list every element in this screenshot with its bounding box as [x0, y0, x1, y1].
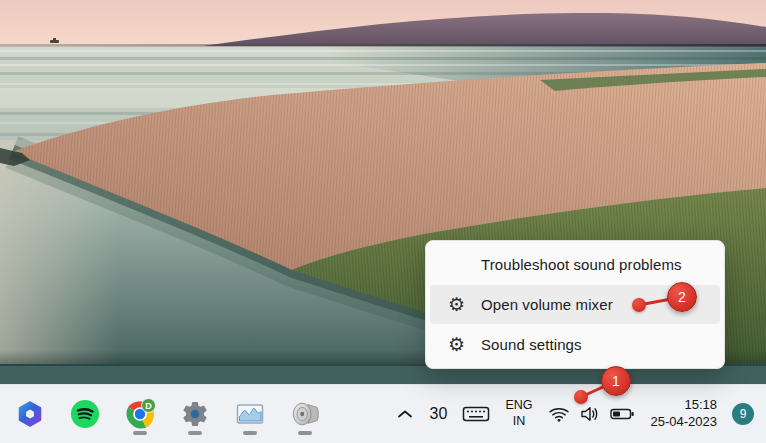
- running-indicator: [243, 431, 257, 435]
- menu-item-sound-settings[interactable]: ⚙ Sound settings: [430, 324, 720, 364]
- chevron-up-icon: [395, 408, 415, 420]
- running-indicator: [133, 431, 147, 435]
- volume-icon: [579, 405, 601, 423]
- wallpaper-image: [0, 0, 766, 443]
- taskbar-app-task-manager[interactable]: [234, 388, 266, 440]
- annotation-dot-1: [574, 390, 588, 404]
- language-line2: IN: [513, 414, 526, 430]
- taskbar-app-chrome[interactable]: D: [124, 388, 156, 440]
- gear-icon: ⚙: [448, 295, 481, 314]
- speaker-icon: [290, 399, 320, 429]
- clock-date: 25-04-2023: [651, 414, 718, 431]
- menu-item-label: Open volume mixer: [481, 296, 613, 313]
- menu-item-troubleshoot-sound[interactable]: Troubleshoot sound problems: [430, 245, 720, 285]
- touch-keyboard-button[interactable]: [462, 405, 490, 423]
- touch-keyboard-icon: [462, 405, 490, 423]
- taskbar-pinned-apps: D: [14, 385, 321, 443]
- language-line1: ENG: [505, 398, 532, 414]
- quick-settings-button[interactable]: [548, 405, 636, 423]
- wifi-icon: [548, 405, 570, 423]
- taskbar-app-volume[interactable]: [289, 388, 321, 440]
- taskbar-app-microsoft-365[interactable]: [14, 388, 46, 440]
- chrome-icon: D: [124, 398, 156, 430]
- language-switcher[interactable]: ENG IN: [505, 398, 532, 429]
- running-indicator: [188, 431, 202, 435]
- clock[interactable]: 15:18 25-04-2023: [651, 397, 718, 431]
- taskbar-app-settings[interactable]: [179, 388, 211, 440]
- taskbar: D: [0, 384, 766, 443]
- desktop: Troubleshoot sound problems ⚙ Open volum…: [0, 0, 766, 443]
- annotation-step-2: 2: [667, 282, 697, 312]
- menu-item-label: Sound settings: [481, 336, 582, 353]
- taskbar-app-spotify[interactable]: [69, 388, 101, 440]
- annotation-dot-2: [632, 298, 646, 312]
- running-indicator: [298, 431, 312, 435]
- gear-icon: ⚙: [448, 335, 481, 354]
- annotation-step-1: 1: [601, 366, 631, 396]
- menu-item-label: Troubleshoot sound problems: [481, 256, 682, 273]
- chrome-profile-badge: D: [145, 401, 152, 411]
- tray-status-number[interactable]: 30: [430, 405, 448, 423]
- microsoft-365-icon: [15, 399, 45, 429]
- tray-overflow-chevron[interactable]: [395, 408, 415, 420]
- battery-icon: [610, 405, 636, 423]
- spotify-icon: [70, 399, 100, 429]
- task-manager-icon: [234, 398, 266, 430]
- notification-badge[interactable]: 9: [732, 403, 754, 425]
- clock-time: 15:18: [684, 397, 717, 414]
- settings-gear-icon: [180, 399, 210, 429]
